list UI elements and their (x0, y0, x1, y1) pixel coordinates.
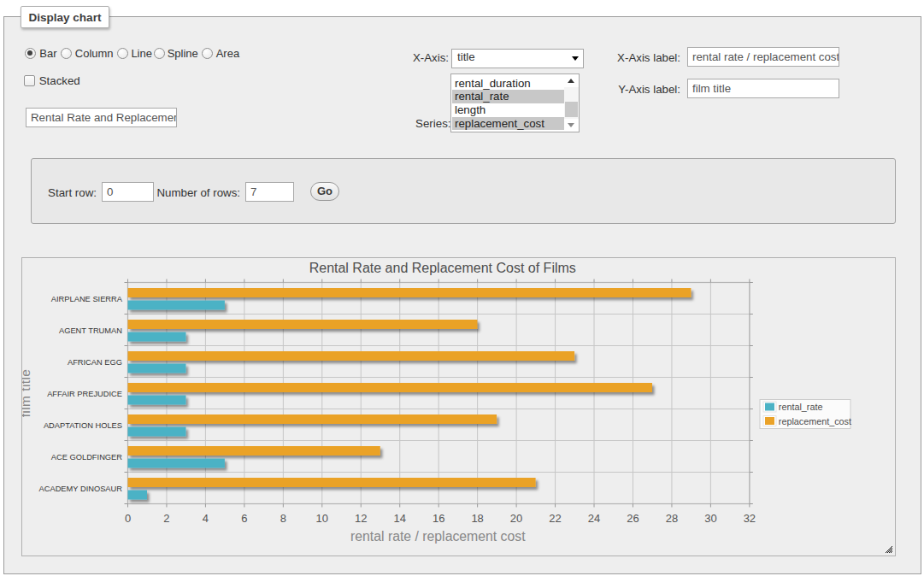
svg-text:32: 32 (744, 512, 756, 525)
svg-text:18: 18 (471, 512, 483, 525)
svg-text:4: 4 (203, 512, 209, 525)
svg-text:ADAPTATION HOLES: ADAPTATION HOLES (44, 421, 122, 430)
svg-text:28: 28 (666, 512, 678, 525)
svg-text:20: 20 (510, 512, 522, 525)
svg-text:2: 2 (163, 512, 169, 525)
svg-text:AGENT TRUMAN: AGENT TRUMAN (59, 326, 122, 335)
svg-text:ACADEMY DINOSAUR: ACADEMY DINOSAUR (39, 485, 123, 493)
svg-text:ACE GOLDFINGER: ACE GOLDFINGER (51, 453, 122, 461)
svg-text:10: 10 (316, 512, 328, 525)
svg-text:26: 26 (627, 512, 639, 525)
svg-text:14: 14 (393, 512, 405, 525)
svg-text:AFRICAN EGG: AFRICAN EGG (68, 358, 122, 367)
svg-text:12: 12 (355, 512, 367, 525)
svg-text:22: 22 (549, 512, 561, 525)
svg-text:24: 24 (588, 512, 600, 525)
svg-text:rental_rate: rental_rate (779, 402, 823, 412)
svg-text:film title: film title (22, 369, 32, 418)
svg-text:6: 6 (241, 512, 247, 525)
svg-text:16: 16 (433, 512, 444, 525)
svg-text:rental rate / replacement cost: rental rate / replacement cost (350, 529, 526, 544)
svg-text:0: 0 (125, 512, 131, 525)
svg-text:Rental Rate and Replacement Co: Rental Rate and Replacement Cost of Film… (309, 261, 576, 275)
svg-text:AIRPLANE SIERRA: AIRPLANE SIERRA (51, 295, 123, 303)
svg-text:30: 30 (704, 512, 716, 525)
svg-text:AFFAIR PREJUDICE: AFFAIR PREJUDICE (47, 390, 122, 398)
svg-text:8: 8 (280, 512, 286, 525)
svg-text:replacement_cost: replacement_cost (779, 416, 851, 426)
